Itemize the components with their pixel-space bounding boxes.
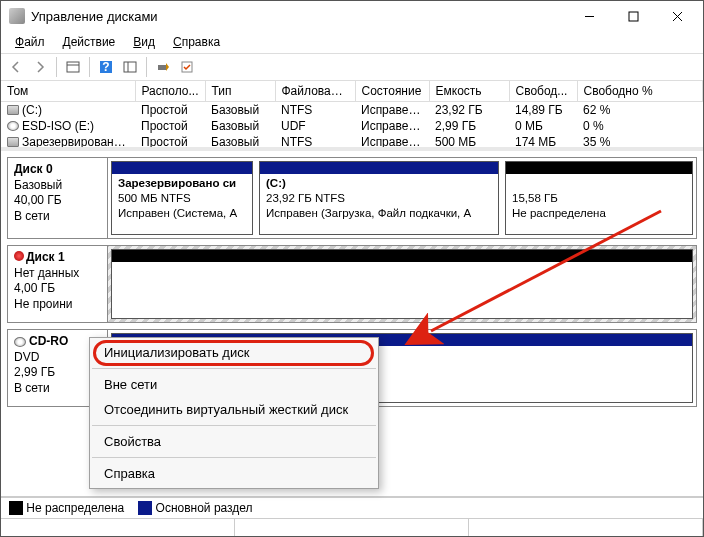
app-icon [9,8,25,24]
ctx-properties[interactable]: Свойства [90,429,378,454]
table-row[interactable]: Зарезервировано...ПростойБазовыйNTFSИспр… [1,134,703,150]
menu-action[interactable]: Действие [55,33,124,51]
refresh-button[interactable] [119,56,141,78]
col-volume[interactable]: Том [1,81,135,101]
status-bar [1,518,703,536]
disk-row-0[interactable]: Диск 0 Базовый 40,00 ГБ В сети Зарезерви… [7,157,697,239]
volume-table[interactable]: Том Располо... Тип Файловая с... Состоян… [1,81,703,150]
partition-uninitialized[interactable] [111,249,693,319]
toolbar: ? [1,53,703,81]
svg-rect-10 [158,65,166,70]
legend-swatch-unallocated [9,501,23,515]
col-status[interactable]: Состояние [355,81,429,101]
menu-view[interactable]: Вид [125,33,163,51]
minimize-button[interactable] [567,2,611,30]
col-fs[interactable]: Файловая с... [275,81,355,101]
partition-c[interactable]: (C:)23,92 ГБ NTFSИсправен (Загрузка, Фай… [259,161,499,235]
cd-icon [7,121,19,131]
help-button[interactable]: ? [95,56,117,78]
settings-button[interactable] [176,56,198,78]
views-button[interactable] [62,56,84,78]
cd-icon [14,337,26,347]
legend: Не распределена Основной раздел [1,496,703,518]
table-row[interactable]: ESD-ISO (E:)ПростойБазовыйUDFИсправен...… [1,118,703,134]
disk-row-1[interactable]: Диск 1 Нет данных 4,00 ГБ Не проини [7,245,697,323]
svg-rect-1 [629,12,638,21]
disk-icon [7,137,19,147]
forward-button[interactable] [29,56,51,78]
ctx-initialize-disk[interactable]: Инициализировать диск [90,340,378,365]
menu-bar: Файл Действие Вид Справка [1,31,703,53]
partition-unallocated[interactable]: 15,58 ГБНе распределена [505,161,693,235]
title-bar: Управление дисками [1,1,703,31]
col-pct[interactable]: Свободно % [577,81,703,101]
legend-swatch-primary [138,501,152,515]
back-button[interactable] [5,56,27,78]
window-title: Управление дисками [31,9,567,24]
action-button[interactable] [152,56,174,78]
svg-rect-8 [124,62,136,72]
col-capacity[interactable]: Емкость [429,81,509,101]
context-menu: Инициализировать диск Вне сети Отсоедини… [89,337,379,489]
svg-rect-4 [67,62,79,72]
disk-header: Диск 1 Нет данных 4,00 ГБ Не проини [8,246,108,322]
close-button[interactable] [655,2,699,30]
warning-icon [14,251,24,261]
ctx-help[interactable]: Справка [90,461,378,486]
disk-icon [7,105,19,115]
maximize-button[interactable] [611,2,655,30]
col-type[interactable]: Тип [205,81,275,101]
menu-file[interactable]: Файл [7,33,53,51]
menu-help[interactable]: Справка [165,33,228,51]
ctx-detach-vhd[interactable]: Отсоединить виртуальный жесткий диск [90,397,378,422]
table-row[interactable]: (C:)ПростойБазовыйNTFSИсправен...23,92 Г… [1,101,703,118]
col-layout[interactable]: Располо... [135,81,205,101]
volume-list-pane: Том Располо... Тип Файловая с... Состоян… [1,81,703,151]
disk-header: Диск 0 Базовый 40,00 ГБ В сети [8,158,108,238]
ctx-offline[interactable]: Вне сети [90,372,378,397]
partition-reserved[interactable]: Зарезервировано си500 МБ NTFSИсправен (С… [111,161,253,235]
svg-text:?: ? [102,60,109,74]
col-free[interactable]: Свобод... [509,81,577,101]
